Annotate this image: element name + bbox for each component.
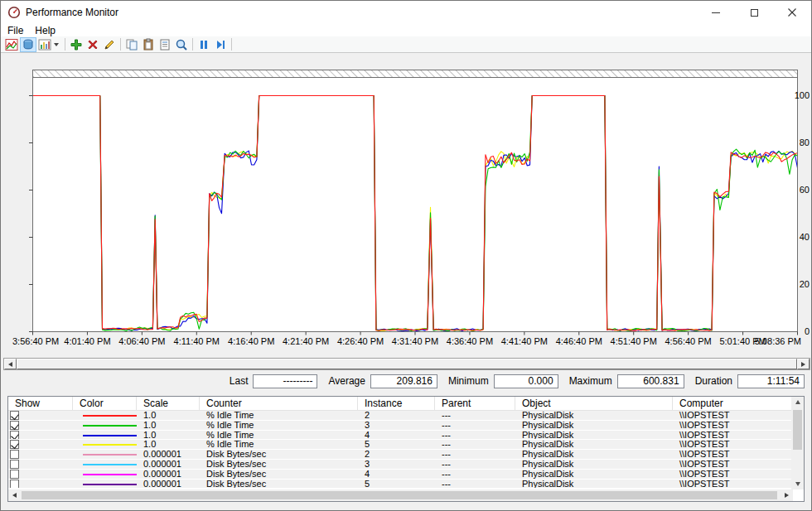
legend-horizontal-scrollbar[interactable] bbox=[8, 489, 793, 501]
show-checkbox[interactable] bbox=[10, 450, 19, 459]
y-axis-label: 20 bbox=[783, 279, 810, 289]
legend-vertical-scrollbar[interactable] bbox=[791, 397, 804, 489]
color-swatch bbox=[83, 435, 137, 436]
legend-column-header-object[interactable]: Object bbox=[515, 397, 673, 410]
legend-row[interactable]: 1.0% Idle Time5---PhysicalDisk\\IOPSTEST bbox=[8, 440, 791, 450]
chart-scrollbar[interactable] bbox=[3, 358, 810, 370]
toolbar-separator bbox=[120, 38, 121, 51]
toolbar-separator bbox=[231, 38, 232, 51]
instance-cell: 4 bbox=[358, 431, 435, 440]
scale-cell: 0.000001 bbox=[137, 480, 200, 489]
close-button[interactable] bbox=[773, 1, 811, 24]
object-cell: PhysicalDisk bbox=[515, 440, 673, 449]
toolbar-separator bbox=[192, 38, 193, 51]
legend-row[interactable]: 1.0% Idle Time2---PhysicalDisk\\IOPSTEST bbox=[8, 411, 791, 421]
parent-cell: --- bbox=[435, 470, 515, 479]
show-cell bbox=[8, 421, 73, 430]
show-checkbox[interactable] bbox=[10, 440, 19, 449]
parent-cell: --- bbox=[435, 421, 515, 430]
stat-value-maximum: 600.831 bbox=[617, 374, 684, 388]
parent-cell: --- bbox=[435, 440, 515, 449]
scale-cell: 1.0 bbox=[137, 431, 200, 440]
scroll-left-button[interactable] bbox=[4, 359, 17, 369]
maximize-button[interactable] bbox=[735, 1, 773, 24]
computer-cell: \\IOPSTEST bbox=[673, 460, 791, 469]
zoom-icon[interactable] bbox=[173, 37, 190, 52]
add-counter-icon[interactable] bbox=[68, 37, 85, 52]
legend-column-header-color[interactable]: Color bbox=[73, 397, 137, 410]
arrow-right-icon bbox=[785, 493, 789, 498]
show-checkbox[interactable] bbox=[10, 460, 19, 469]
legend-row[interactable]: 1.0% Idle Time3---PhysicalDisk\\IOPSTEST bbox=[8, 421, 791, 431]
show-checkbox[interactable] bbox=[10, 431, 19, 440]
scroll-down-button[interactable] bbox=[791, 479, 804, 489]
color-swatch bbox=[83, 464, 137, 465]
legend-hscroll-thumb[interactable] bbox=[22, 491, 777, 499]
y-axis-label: 0 bbox=[783, 326, 810, 336]
copy-properties-icon[interactable] bbox=[123, 37, 140, 52]
legend-row[interactable]: 0.000001Disk Bytes/sec2---PhysicalDisk\\… bbox=[8, 450, 791, 460]
perfmon-app-icon bbox=[7, 6, 21, 19]
stat-value-last: --------- bbox=[253, 374, 317, 388]
legend-row[interactable]: 0.000001Disk Bytes/sec5---PhysicalDisk\\… bbox=[8, 480, 791, 489]
object-cell: PhysicalDisk bbox=[515, 480, 673, 489]
update-data-icon[interactable] bbox=[212, 37, 229, 52]
show-checkbox[interactable] bbox=[10, 470, 19, 479]
scroll-right-button[interactable] bbox=[797, 359, 810, 369]
show-checkbox[interactable] bbox=[10, 421, 19, 430]
show-cell bbox=[8, 440, 73, 449]
maximize-icon bbox=[751, 9, 758, 17]
legend-row[interactable]: 1.0% Idle Time4---PhysicalDisk\\IOPSTEST bbox=[8, 431, 791, 441]
legend-column-header-scale[interactable]: Scale bbox=[137, 397, 200, 410]
menu-help[interactable]: Help bbox=[30, 25, 60, 36]
highlight-pencil-icon[interactable] bbox=[101, 37, 118, 52]
computer-cell: \\IOPSTEST bbox=[673, 421, 791, 430]
legend-row[interactable]: 0.000001Disk Bytes/sec4---PhysicalDisk\\… bbox=[8, 470, 791, 480]
menu-file[interactable]: File bbox=[2, 25, 28, 36]
freeze-display-icon[interactable] bbox=[196, 37, 212, 52]
arrow-down-icon bbox=[795, 482, 800, 486]
color-cell bbox=[73, 460, 137, 469]
show-cell bbox=[8, 450, 73, 459]
performance-chart bbox=[26, 70, 801, 340]
legend-rows: 1.0% Idle Time2---PhysicalDisk\\IOPSTEST… bbox=[8, 411, 791, 489]
change-graph-type-icon[interactable] bbox=[36, 37, 53, 52]
delete-counter-icon[interactable] bbox=[85, 37, 101, 52]
minimize-button[interactable] bbox=[697, 1, 735, 24]
chevron-down-icon[interactable] bbox=[54, 43, 59, 46]
computer-cell: \\IOPSTEST bbox=[673, 440, 791, 449]
color-cell bbox=[73, 450, 137, 459]
properties-icon[interactable] bbox=[157, 37, 173, 52]
arrow-left-icon bbox=[8, 362, 12, 367]
view-current-activity-icon[interactable] bbox=[3, 37, 20, 52]
show-cell bbox=[8, 431, 73, 440]
arrow-right-icon bbox=[801, 362, 805, 367]
window-title: Performance Monitor bbox=[26, 7, 118, 18]
stat-label-maximum: Maximum bbox=[569, 375, 612, 387]
view-log-data-icon[interactable] bbox=[20, 37, 36, 52]
counter-cell: Disk Bytes/sec bbox=[200, 450, 358, 459]
legend-column-header-instance[interactable]: Instance bbox=[358, 397, 435, 410]
show-cell bbox=[8, 480, 73, 489]
color-cell bbox=[73, 421, 137, 430]
legend-vscroll-thumb[interactable] bbox=[793, 410, 802, 450]
color-cell bbox=[73, 411, 137, 420]
legend-column-header-parent[interactable]: Parent bbox=[435, 397, 515, 410]
paste-counter-list-icon[interactable] bbox=[140, 37, 157, 52]
scroll-left-button[interactable] bbox=[8, 489, 21, 501]
legend-column-header-show[interactable]: Show bbox=[8, 397, 73, 410]
stat-label-minimum: Minimum bbox=[448, 375, 489, 387]
scroll-right-button[interactable] bbox=[781, 489, 793, 501]
legend-row[interactable]: 0.000001Disk Bytes/sec3---PhysicalDisk\\… bbox=[8, 460, 791, 470]
legend-column-header-counter[interactable]: Counter bbox=[200, 397, 358, 410]
legend-column-header-computer[interactable]: Computer bbox=[673, 397, 791, 410]
instance-cell: 2 bbox=[358, 450, 435, 459]
computer-cell: \\IOPSTEST bbox=[673, 470, 791, 479]
color-swatch bbox=[83, 454, 137, 456]
close-icon bbox=[788, 8, 796, 17]
chart-scrollbar-thumb[interactable] bbox=[17, 359, 797, 369]
show-checkbox[interactable] bbox=[10, 480, 19, 489]
toolbar bbox=[1, 36, 811, 53]
scroll-up-button[interactable] bbox=[791, 397, 804, 407]
show-checkbox[interactable] bbox=[10, 411, 19, 420]
